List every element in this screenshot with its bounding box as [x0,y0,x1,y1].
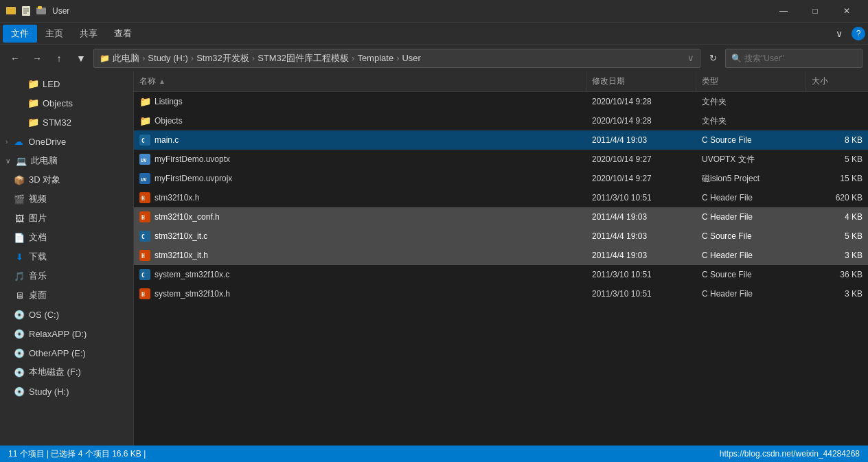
sidebar-item-other-e[interactable]: 💿 OtherAPP (E:) [0,343,133,362]
address-dropdown-button[interactable]: ∨ [687,53,694,63]
sidebar-item-thispc[interactable]: ∨ 💻 此电脑 [0,151,133,170]
sidebar-item-desktop[interactable]: 🖥 桌面 [0,286,133,305]
collapse-arrow: › [5,138,8,146]
file-type-cell: C Source File [696,270,806,279]
uvoptx-icon: UV [139,154,150,165]
file-name-cell: C main.c [134,135,586,146]
table-row[interactable]: H stm32f10x_conf.h 2011/4/4 19:03 C Head… [134,207,868,227]
window-controls: — □ ✕ [768,0,863,22]
sidebar-label: 3D 对象 [29,174,60,186]
sidebar-item-led[interactable]: 📁 LED [0,74,133,93]
search-input[interactable] [744,54,856,63]
sidebar-item-pictures[interactable]: 🖼 图片 [0,209,133,228]
main-content: 📁 LED 📁 Objects 📁 STM32 › ☁ OneDrive ∨ 💻… [0,71,868,446]
menu-view[interactable]: 查看 [106,25,140,43]
h-header-icon: H [139,192,150,203]
sidebar: 📁 LED 📁 Objects 📁 STM32 › ☁ OneDrive ∨ 💻… [0,71,134,446]
sidebar-item-study-h[interactable]: 💿 Study (H:) [0,382,133,401]
table-row[interactable]: H system_stm32f10x.h 2011/3/10 10:51 C H… [134,284,868,303]
file-name-cell: H stm32f10x.h [134,192,586,203]
table-row[interactable]: UV myFirstDemo.uvoptx 2020/10/14 9:27 UV… [134,150,868,169]
sidebar-item-music[interactable]: 🎵 音乐 [0,266,133,286]
file-type-cell: UVOPTX 文件 [696,154,806,165]
table-row[interactable]: C main.c 2011/4/4 19:03 C Source File 8 … [134,130,868,150]
sidebar-label: 文档 [29,231,47,244]
sidebar-label: 本地磁盘 (F:) [29,366,81,378]
3dobjects-icon: 📦 [14,174,25,185]
app-icon-1 [5,5,16,16]
expand-ribbon-button[interactable]: ∨ [830,24,849,43]
file-size-cell: 5 KB [806,231,868,241]
recent-locations-button[interactable]: ▼ [71,49,91,68]
table-row[interactable]: UV myFirstDemo.uvprojx 2020/10/14 9:27 磁… [134,169,868,188]
help-button[interactable]: ? [852,27,865,41]
svg-text:C: C [141,138,145,144]
sidebar-item-3dobjects[interactable]: 📦 3D 对象 [0,170,133,189]
sidebar-item-relax-d[interactable]: 💿 RelaxAPP (D:) [0,324,133,343]
address-bar[interactable]: 📁 此电脑 › Study (H:) › Stm32开发板 › STM32固件库… [93,49,700,68]
col-size[interactable]: 大小 [806,71,868,91]
file-date-cell: 2011/3/10 10:51 [586,193,696,203]
sidebar-item-stm32[interactable]: 📁 STM32 [0,113,133,132]
menu-file[interactable]: 文件 [3,25,37,43]
search-icon: 🔍 [731,54,742,63]
file-type-cell: C Header File [696,212,806,222]
search-bar[interactable]: 🔍 [725,49,863,68]
col-name[interactable]: 名称 ▲ [134,71,586,91]
table-row[interactable]: H stm32f10x_it.h 2011/4/4 19:03 C Header… [134,246,868,265]
svg-rect-7 [38,6,42,9]
file-name-label: main.c [155,135,179,145]
table-row[interactable]: H stm32f10x.h 2011/3/10 10:51 C Header F… [134,188,868,207]
sidebar-item-onedrive[interactable]: › ☁ OneDrive [0,132,133,151]
sidebar-item-documents[interactable]: 📄 文档 [0,228,133,247]
sidebar-item-local-f[interactable]: 💿 本地磁盘 (F:) [0,362,133,382]
sidebar-label: STM32 [43,117,71,128]
file-size-cell: 3 KB [806,289,868,299]
col-type[interactable]: 类型 [696,71,806,91]
table-row[interactable]: C stm32f10x_it.c 2011/4/4 19:03 C Source… [134,227,868,246]
menu-home[interactable]: 主页 [37,25,71,43]
address-folder-icon: 📁 [100,54,110,63]
breadcrumb-template[interactable]: Template [357,53,393,63]
breadcrumb-thispc[interactable]: 此电脑 [113,52,139,65]
file-type-cell: C Header File [696,251,806,260]
breadcrumb-study[interactable]: Study (H:) [148,53,188,63]
file-size-cell: 3 KB [806,251,868,260]
refresh-button[interactable]: ↻ [703,49,722,68]
svg-text:C: C [141,234,145,240]
close-button[interactable]: ✕ [831,0,863,22]
h-header-icon: H [139,211,150,222]
downloads-icon: ⬇ [14,251,25,262]
sidebar-item-os-c[interactable]: 💿 OS (C:) [0,305,133,324]
table-row[interactable]: 📁 Objects 2020/10/14 9:28 文件夹 [134,111,868,130]
minimize-button[interactable]: — [768,0,799,22]
sidebar-item-videos[interactable]: 🎬 视频 [0,189,133,209]
file-area: 名称 ▲ 修改日期 类型 大小 📁 Listings 2020/10/14 9:… [134,71,868,446]
status-bar: 11 个项目 | 已选择 4 个项目 16.6 KB | https://blo… [0,446,868,462]
sidebar-label: LED [43,79,60,89]
folder-icon: 📁 [27,78,38,89]
file-name-label: myFirstDemo.uvprojx [155,174,232,183]
menu-share[interactable]: 共享 [71,25,106,43]
title-bar: User — □ ✕ [0,0,868,22]
file-size-cell: 4 KB [806,212,868,222]
sidebar-item-objects[interactable]: 📁 Objects [0,93,133,113]
breadcrumb-firmware[interactable]: STM32固件库工程模板 [258,52,349,65]
maximize-button[interactable]: □ [799,0,831,22]
col-date[interactable]: 修改日期 [586,71,696,91]
forward-button[interactable]: → [27,49,47,68]
file-date-cell: 2020/10/14 9:27 [586,154,696,164]
menu-chevron: ∨ ? [830,24,865,43]
up-button[interactable]: ↑ [49,49,69,68]
file-name-cell: 📁 Objects [134,115,586,126]
sidebar-label: OneDrive [28,137,66,147]
table-row[interactable]: 📁 Listings 2020/10/14 9:28 文件夹 [134,92,868,111]
file-type-cell: C Source File [696,135,806,145]
table-row[interactable]: C system_stm32f10x.c 2011/3/10 10:51 C S… [134,265,868,284]
breadcrumb-stm32[interactable]: Stm32开发板 [196,52,249,65]
back-button[interactable]: ← [5,49,25,68]
folder-icon: 📁 [139,115,150,126]
breadcrumb-user[interactable]: User [402,53,420,63]
sidebar-item-downloads[interactable]: ⬇ 下载 [0,247,133,266]
sidebar-label: OS (C:) [29,310,59,320]
